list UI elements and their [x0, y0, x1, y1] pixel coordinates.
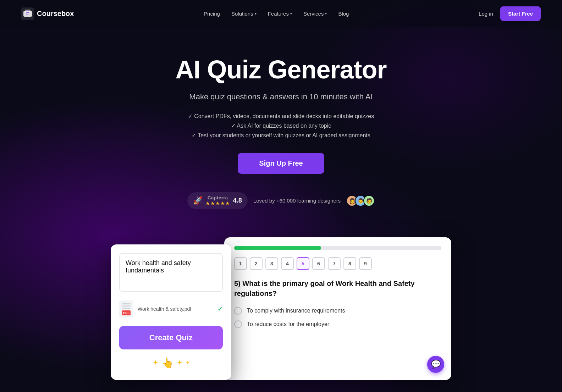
question-num-3[interactable]: 3	[265, 257, 278, 270]
question-num-5[interactable]: 5	[297, 257, 309, 270]
capterra-score: 4.8	[233, 197, 242, 204]
file-name: Work health & safety.pdf	[138, 306, 213, 312]
capterra-stars: ★★★★★	[205, 200, 230, 206]
sparkle-icon-3: ✦	[186, 360, 190, 365]
services-chevron-icon: ▾	[325, 12, 327, 16]
login-button[interactable]: Log in	[479, 11, 493, 17]
progress-bar-fill	[234, 246, 321, 250]
nav-links: Pricing Solutions ▾ Features ▾ Services …	[204, 11, 349, 17]
answer-option-1[interactable]: To comply with insurance requirements	[234, 307, 441, 315]
sparkle-cursor-area: ✦ 👆 ✦ ✦	[119, 354, 223, 371]
logo-link[interactable]: Coursebox	[21, 7, 74, 20]
svg-rect-4	[26, 14, 28, 15]
hero-title: AI Quiz Generator	[14, 56, 548, 84]
nav-features[interactable]: Features ▾	[268, 11, 292, 17]
pdf-file-icon: PDF	[119, 300, 133, 318]
sparkle-icon-1: ✦	[153, 358, 159, 367]
file-row: PDF Work health & safety.pdf ✓	[119, 299, 223, 319]
logo-text: Coursebox	[37, 10, 74, 18]
cursor-icon: 👆	[161, 357, 174, 369]
progress-bar	[234, 246, 441, 250]
create-quiz-button[interactable]: Create Quiz	[119, 326, 223, 349]
hero-section: AI Quiz Generator Make quiz questions & …	[0, 27, 562, 230]
quiz-display-card: 1 2 3 4 5 6 7 8 9 5) What is the primary…	[224, 237, 451, 380]
question-text: 5) What is the primary goal of Work Heal…	[234, 278, 441, 298]
nav-actions: Log in Start Free	[479, 6, 541, 21]
loved-text: Loved by +60,000 learning designers	[253, 198, 341, 204]
solutions-chevron-icon: ▾	[255, 12, 257, 16]
answer-option-2[interactable]: To reduce costs for the employer	[234, 320, 441, 328]
nav-services[interactable]: Services ▾	[303, 11, 327, 17]
feature-3: ✓ Test your students or yourself with qu…	[14, 132, 548, 139]
question-num-1[interactable]: 1	[234, 257, 247, 270]
avatar-3: 🧑	[363, 195, 375, 206]
question-num-7[interactable]: 7	[328, 257, 341, 270]
question-nav: 1 2 3 4 5 6 7 8 9	[234, 257, 441, 270]
feature-1: ✓ Convert PDFs, videos, documents and sl…	[14, 113, 548, 120]
radio-2[interactable]	[234, 320, 242, 328]
question-num-2[interactable]: 2	[250, 257, 263, 270]
capterra-label: Capterra	[205, 195, 230, 200]
feature-2: ✓ Ask AI for quizzes based on any topic	[14, 122, 548, 129]
create-quiz-card: Work health and safety fundamentals PDF …	[111, 244, 231, 380]
file-check-icon: ✓	[217, 305, 223, 313]
nav-pricing[interactable]: Pricing	[204, 11, 220, 17]
hero-subtitle: Make quiz questions & answers in 10 minu…	[14, 92, 548, 101]
demo-section: Work health and safety fundamentals PDF …	[0, 230, 562, 392]
avatar-group: 👩 👨 🧑	[346, 195, 375, 206]
start-free-button[interactable]: Start Free	[500, 6, 541, 21]
question-num-8[interactable]: 8	[343, 257, 356, 270]
sparkle-icon-2: ✦	[177, 358, 183, 367]
question-num-4[interactable]: 4	[281, 257, 294, 270]
nav-blog[interactable]: Blog	[338, 11, 349, 17]
radio-1[interactable]	[234, 307, 242, 315]
svg-rect-3	[26, 12, 29, 13]
chat-bubble-button[interactable]: 💬	[427, 356, 444, 373]
features-chevron-icon: ▾	[290, 12, 292, 16]
capterra-rocket-icon: 🚀	[193, 196, 203, 205]
hero-features: ✓ Convert PDFs, videos, documents and sl…	[14, 113, 548, 139]
navbar: Coursebox Pricing Solutions ▾ Features ▾	[0, 0, 562, 27]
question-num-6[interactable]: 6	[312, 257, 325, 270]
nav-solutions[interactable]: Solutions ▾	[231, 11, 257, 17]
quiz-topic-input[interactable]: Work health and safety fundamentals	[119, 253, 223, 292]
capterra-badge: 🚀 Capterra ★★★★★ 4.8	[187, 192, 248, 209]
rating-bar: 🚀 Capterra ★★★★★ 4.8 Loved by +60,000 le…	[14, 192, 548, 209]
question-num-9[interactable]: 9	[359, 257, 372, 270]
signup-button[interactable]: Sign Up Free	[238, 153, 324, 174]
